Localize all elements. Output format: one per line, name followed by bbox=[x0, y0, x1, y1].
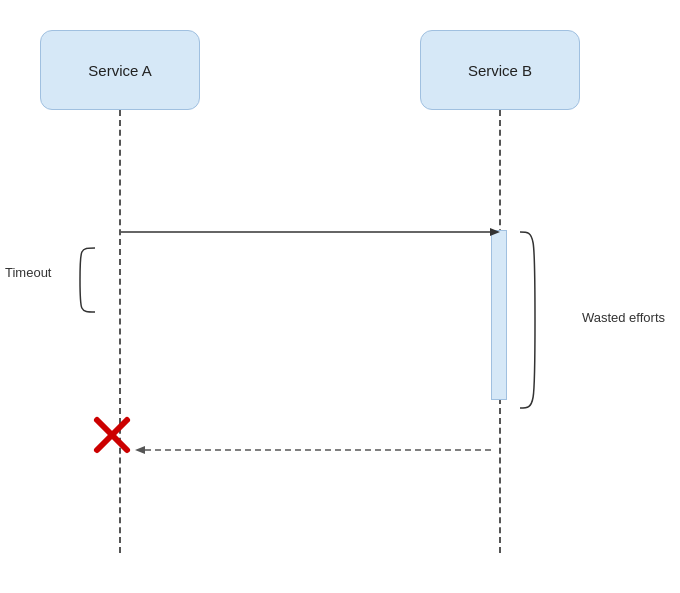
service-b-label: Service B bbox=[468, 62, 532, 79]
timeout-label: Timeout bbox=[5, 265, 51, 280]
svg-marker-3 bbox=[135, 446, 145, 454]
service-a-box: Service A bbox=[40, 30, 200, 110]
timeout-text: Timeout bbox=[5, 265, 51, 280]
wasted-efforts-label: Wasted efforts bbox=[582, 310, 665, 325]
activation-box-b bbox=[491, 230, 507, 400]
service-a-label: Service A bbox=[88, 62, 151, 79]
service-b-box: Service B bbox=[420, 30, 580, 110]
error-x-mark bbox=[92, 415, 132, 461]
lifeline-a bbox=[119, 110, 121, 553]
diagram-container: Service A Service B Timeout Wasted effor… bbox=[0, 0, 680, 593]
wasted-efforts-text: Wasted efforts bbox=[582, 310, 665, 325]
